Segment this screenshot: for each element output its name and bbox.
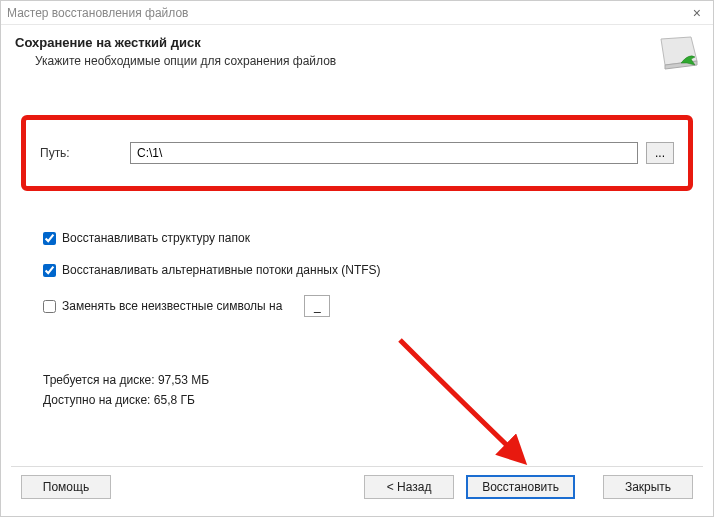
help-button[interactable]: Помощь [21,475,111,499]
window-title: Мастер восстановления файлов [7,6,188,20]
path-label: Путь: [40,146,130,160]
recover-button[interactable]: Восстановить [466,475,575,499]
replacement-char-input[interactable] [304,295,330,317]
option-label: Восстанавливать альтернативные потоки да… [62,263,381,277]
close-button[interactable]: Закрыть [603,475,693,499]
options-group: Восстанавливать структуру папок Восстана… [21,231,693,317]
browse-button[interactable]: ... [646,142,674,164]
back-button[interactable]: < Назад [364,475,454,499]
hard-drive-icon [657,35,699,71]
page-subtitle: Укажите необходимые опции для сохранения… [35,54,647,68]
close-icon[interactable]: × [687,5,707,21]
option-restore-alt-streams[interactable]: Восстанавливать альтернативные потоки да… [43,263,693,277]
path-input[interactable] [130,142,638,164]
disk-available: Доступно на диске: 65,8 ГБ [43,393,693,407]
wizard-window: Мастер восстановления файлов × Сохранени… [0,0,714,517]
option-label: Восстанавливать структуру папок [62,231,250,245]
checkbox-restore-alt-streams[interactable] [43,264,56,277]
path-highlight-box: Путь: ... [21,115,693,191]
option-label: Заменять все неизвестные символы на [62,299,282,313]
disk-info: Требуется на диске: 97,53 МБ Доступно на… [21,373,693,407]
disk-required: Требуется на диске: 97,53 МБ [43,373,693,387]
checkbox-replace-unknown-chars[interactable] [43,300,56,313]
button-bar: Помощь < Назад Восстановить Закрыть [1,467,713,516]
page-title: Сохранение на жесткий диск [15,35,647,50]
option-replace-unknown-chars[interactable]: Заменять все неизвестные символы на [43,295,693,317]
content-area: Путь: ... Восстанавливать структуру папо… [1,83,713,456]
option-restore-folder-structure[interactable]: Восстанавливать структуру папок [43,231,693,245]
checkbox-restore-folder-structure[interactable] [43,232,56,245]
title-bar: Мастер восстановления файлов × [1,1,713,25]
wizard-header: Сохранение на жесткий диск Укажите необх… [1,25,713,83]
